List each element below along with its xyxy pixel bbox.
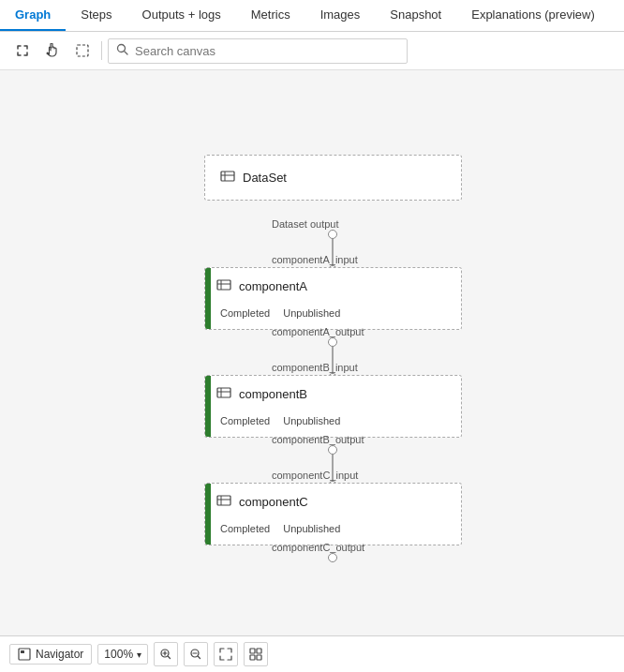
componentA-publish-status: Unpublished (279, 306, 344, 320)
componentB-header: componentB (205, 376, 461, 412)
fit-view-button[interactable] (214, 642, 238, 666)
expand-button[interactable] (9, 37, 36, 64)
canvas-area: DataSet Dataset output componentA_input … (0, 70, 624, 635)
toolbar-divider (101, 41, 102, 60)
hand-tool-button[interactable] (39, 37, 66, 64)
componentC-header: componentC (205, 484, 461, 520)
componentC-left-bar (205, 484, 211, 545)
svg-rect-18 (21, 650, 24, 653)
componentC-status: Completed (216, 522, 274, 535)
zoom-in-button[interactable] (154, 642, 178, 666)
componentB-left-bar (205, 376, 211, 437)
tab-explanations[interactable]: Explanations (preview) (456, 0, 610, 31)
componentC-output-dot (328, 553, 337, 562)
select-button[interactable] (69, 37, 96, 64)
zoom-level: 100% (104, 648, 133, 661)
svg-rect-23 (250, 655, 255, 660)
componentA-status: Completed (216, 306, 274, 320)
componentC-input-label: componentC_input (272, 470, 358, 481)
dataset-node[interactable]: DataSet (204, 155, 462, 201)
componentA-header: componentA (205, 268, 461, 305)
componentB-publish-status: Unpublished (279, 414, 344, 427)
componentC-publish-status: Unpublished (279, 522, 344, 535)
componentA-input-label: componentA_input (272, 254, 358, 265)
tab-bar: Graph Steps Outputs + logs Metrics Image… (0, 0, 624, 32)
componentA-output-dot (328, 337, 337, 347)
tab-steps[interactable]: Steps (66, 0, 126, 31)
componentA-icon (216, 277, 231, 295)
svg-point-1 (118, 44, 126, 52)
svg-rect-8 (217, 280, 230, 290)
dataset-icon (220, 169, 235, 187)
componentB-icon (216, 385, 231, 403)
componentB-node[interactable]: componentB Completed Unpublished (204, 375, 462, 438)
navigator-label: Navigator (36, 648, 83, 661)
componentC-output-label: componentC_output (272, 542, 364, 553)
tab-graph[interactable]: Graph (0, 0, 66, 31)
componentA-node[interactable]: componentA Completed Unpublished (204, 267, 462, 330)
dataset-node-header: DataSet (205, 156, 461, 200)
componentA-left-bar (205, 268, 211, 329)
componentC-title: componentC (239, 495, 308, 509)
svg-rect-17 (19, 649, 30, 660)
tab-snapshot[interactable]: Snapshot (375, 0, 456, 31)
tab-metrics[interactable]: Metrics (236, 0, 305, 31)
bottom-bar: Navigator 100% ▾ (0, 635, 624, 672)
svg-rect-11 (217, 388, 230, 397)
dataset-output-label: Dataset output (272, 218, 339, 230)
componentA-output-label: componentA_output (272, 326, 364, 337)
navigator-icon (18, 648, 31, 661)
overview-button[interactable] (244, 642, 268, 666)
dataset-output-dot (328, 230, 337, 239)
componentB-title: componentB (239, 387, 307, 401)
zoom-out-button[interactable] (184, 642, 208, 666)
tab-images[interactable]: Images (305, 0, 376, 31)
svg-rect-5 (221, 172, 234, 181)
componentB-input-label: componentB_input (272, 362, 358, 373)
componentB-status: Completed (216, 414, 274, 427)
dataset-title: DataSet (243, 171, 287, 185)
search-input[interactable] (135, 44, 399, 58)
svg-rect-0 (77, 45, 88, 56)
search-icon (116, 43, 129, 59)
search-box[interactable] (108, 38, 408, 64)
svg-rect-14 (217, 496, 230, 505)
toolbar (0, 32, 624, 70)
svg-rect-24 (257, 655, 261, 660)
componentC-node[interactable]: componentC Completed Unpublished (204, 483, 462, 545)
componentB-output-label: componentB_output (272, 434, 364, 445)
svg-rect-21 (250, 649, 255, 653)
componentC-icon (216, 493, 231, 511)
navigator-button[interactable]: Navigator (9, 644, 92, 665)
zoom-display[interactable]: 100% ▾ (97, 644, 148, 665)
tab-outputs-logs[interactable]: Outputs + logs (127, 0, 236, 31)
zoom-chevron-icon: ▾ (137, 650, 141, 660)
componentB-output-dot (328, 445, 337, 455)
componentA-title: componentA (239, 279, 307, 293)
svg-rect-22 (257, 649, 261, 653)
